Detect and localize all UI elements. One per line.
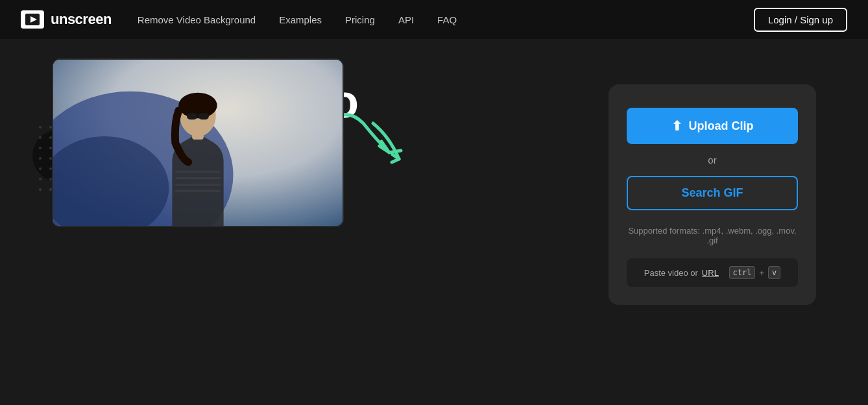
video-inner	[53, 60, 343, 226]
nav-link-examples[interactable]: Examples	[279, 14, 322, 25]
main-content: Remove Video Background 100% Automatical…	[0, 39, 868, 405]
plus-sign: +	[759, 268, 764, 278]
upload-clip-label: Upload Clip	[689, 119, 754, 133]
nav-links: Remove Video Background Examples Pricing…	[138, 14, 754, 25]
left-section: Remove Video Background 100% Automatical…	[52, 78, 583, 221]
svg-rect-9	[199, 113, 209, 119]
svg-point-7	[178, 93, 217, 119]
nav-link-api[interactable]: API	[398, 14, 414, 25]
v-key: v	[768, 266, 780, 279]
paste-section: Paste video or URL ctrl + v	[627, 258, 798, 287]
navbar: unscreen Remove Video Background Example…	[0, 0, 868, 39]
paste-divider	[723, 268, 725, 278]
video-background-svg	[53, 60, 343, 226]
ctrl-key: ctrl	[729, 266, 756, 279]
video-preview	[52, 58, 344, 227]
url-link[interactable]: URL	[702, 268, 719, 278]
nav-link-faq[interactable]: FAQ	[437, 14, 457, 25]
paste-text: Paste video or	[644, 268, 698, 278]
right-panel: ⬆ Upload Clip or Search GIF Supported fo…	[609, 84, 816, 305]
logo-icon	[21, 10, 44, 29]
nav-link-remove-video[interactable]: Remove Video Background	[138, 14, 256, 25]
login-button[interactable]: Login / Sign up	[754, 8, 847, 32]
upload-clip-button[interactable]: ⬆ Upload Clip	[627, 108, 798, 144]
or-divider: or	[627, 154, 798, 166]
nav-link-pricing[interactable]: Pricing	[345, 14, 375, 25]
logo-text: unscreen	[51, 11, 112, 28]
upload-icon: ⬆	[671, 118, 682, 134]
svg-rect-8	[187, 113, 197, 119]
logo-area[interactable]: unscreen	[21, 10, 112, 29]
supported-formats-text: Supported formats: .mp4, .webm, .ogg, .m…	[627, 226, 798, 245]
search-gif-button[interactable]: Search GIF	[627, 176, 798, 210]
